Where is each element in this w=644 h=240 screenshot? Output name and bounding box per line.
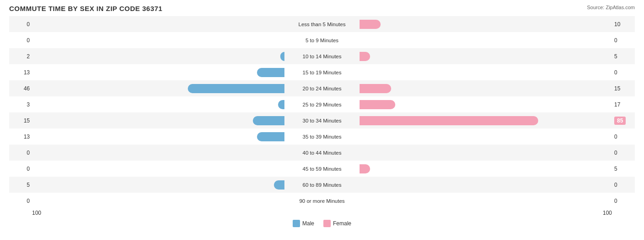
right-value: 5	[612, 53, 635, 60]
bar-row: 1315 to 19 Minutes0	[9, 64, 635, 80]
right-value: 0	[612, 69, 635, 76]
male-bar-container	[32, 35, 285, 45]
female-bar-container	[359, 148, 612, 158]
female-bar-container	[359, 132, 612, 142]
bar-row: 040 to 44 Minutes0	[9, 145, 635, 161]
female-bar-container	[359, 116, 612, 126]
female-bar-container	[359, 51, 612, 61]
male-bar-container	[32, 164, 285, 174]
row-label: 20 to 24 Minutes	[285, 86, 359, 91]
male-bar-container	[32, 132, 285, 142]
male-label: Male	[302, 220, 314, 227]
female-bar-container	[359, 35, 612, 45]
male-swatch	[293, 220, 300, 227]
left-value: 0	[9, 166, 32, 172]
bar-row: 210 to 14 Minutes5	[9, 48, 635, 64]
row-label: 5 to 9 Minutes	[285, 38, 359, 43]
left-value: 0	[9, 37, 32, 44]
male-bar-container	[32, 100, 285, 110]
chart-container: COMMUTE TIME BY SEX IN ZIP CODE 36371 So…	[0, 0, 644, 240]
female-bar	[360, 20, 381, 29]
male-bar-container	[32, 67, 285, 78]
male-bar	[257, 132, 284, 141]
highlight-value: 85	[614, 117, 626, 125]
bars-center: Less than 5 Minutes	[32, 16, 612, 32]
bars-center: 15 to 19 Minutes	[32, 64, 612, 80]
bar-row: 1335 to 39 Minutes0	[9, 128, 635, 145]
right-value: 5	[612, 166, 635, 172]
bars-center: 45 to 59 Minutes	[32, 161, 612, 177]
female-bar	[360, 116, 538, 125]
bars-center: 35 to 39 Minutes	[32, 128, 612, 145]
female-label: Female	[333, 220, 351, 227]
left-value: 46	[9, 85, 32, 92]
row-label: 35 to 39 Minutes	[285, 134, 359, 140]
bars-center: 25 to 29 Minutes	[32, 96, 612, 112]
female-bar-container	[359, 164, 612, 174]
female-bar-container	[359, 19, 612, 29]
bars-center: 40 to 44 Minutes	[32, 145, 612, 161]
right-value: 0	[612, 198, 635, 204]
bar-row: 045 to 59 Minutes5	[9, 161, 635, 177]
bars-center: 60 to 89 Minutes	[32, 177, 612, 193]
legend-male: Male	[293, 220, 314, 227]
row-label: Less than 5 Minutes	[285, 22, 359, 27]
female-bar-container	[359, 196, 612, 206]
right-value: 0	[612, 182, 635, 188]
row-label: 30 to 34 Minutes	[285, 118, 359, 123]
bars-center: 30 to 34 Minutes	[32, 112, 612, 128]
row-label: 60 to 89 Minutes	[285, 182, 359, 188]
male-bar-container	[32, 84, 285, 94]
right-value: 10	[612, 21, 635, 28]
male-bar-container	[32, 180, 285, 190]
male-bar-container	[32, 19, 285, 29]
female-swatch	[323, 220, 331, 227]
female-bar	[360, 164, 370, 173]
male-bar	[278, 100, 284, 109]
bars-center: 90 or more Minutes	[32, 193, 612, 209]
male-bar	[253, 116, 284, 125]
female-bar	[360, 100, 395, 109]
row-label: 40 to 44 Minutes	[285, 150, 359, 156]
right-value: 17	[612, 101, 635, 108]
bars-center: 10 to 14 Minutes	[32, 48, 612, 64]
male-bar-container	[32, 51, 285, 61]
bars-center: 20 to 24 Minutes	[32, 80, 612, 96]
right-value: 85	[612, 117, 635, 124]
bottom-labels: 100 100	[9, 210, 635, 216]
bottom-left-label: 100	[32, 210, 41, 216]
left-value: 15	[9, 117, 32, 124]
left-value: 13	[9, 134, 32, 140]
chart-title: COMMUTE TIME BY SEX IN ZIP CODE 36371	[9, 5, 635, 12]
female-bar-container	[359, 67, 612, 78]
left-value: 0	[9, 198, 32, 204]
male-bar-container	[32, 116, 285, 126]
bar-row: 4620 to 24 Minutes15	[9, 80, 635, 96]
bar-row: 05 to 9 Minutes0	[9, 32, 635, 48]
row-label: 15 to 19 Minutes	[285, 70, 359, 75]
left-value: 0	[9, 150, 32, 156]
left-value: 0	[9, 21, 32, 28]
female-bar	[360, 52, 370, 61]
bar-row: 090 or more Minutes0	[9, 193, 635, 209]
right-value: 0	[612, 150, 635, 156]
male-bar	[274, 180, 284, 190]
right-value: 15	[612, 85, 635, 92]
left-value: 3	[9, 101, 32, 108]
bottom-right-label: 100	[603, 210, 612, 216]
left-value: 13	[9, 69, 32, 76]
male-bar-container	[32, 148, 285, 158]
female-bar-container	[359, 180, 612, 190]
male-bar-container	[32, 196, 285, 206]
source-label: Source: ZipAtlas.com	[587, 5, 635, 10]
male-bar	[280, 52, 284, 61]
bar-row: 560 to 89 Minutes0	[9, 177, 635, 193]
row-label: 10 to 14 Minutes	[285, 54, 359, 59]
bar-row: 1530 to 34 Minutes85	[9, 112, 635, 128]
female-bar-container	[359, 84, 612, 94]
chart-area: 0Less than 5 Minutes1005 to 9 Minutes021…	[9, 16, 635, 209]
right-value: 0	[612, 134, 635, 140]
bar-row: 0Less than 5 Minutes10	[9, 16, 635, 32]
row-label: 25 to 29 Minutes	[285, 102, 359, 107]
row-label: 90 or more Minutes	[285, 198, 359, 204]
